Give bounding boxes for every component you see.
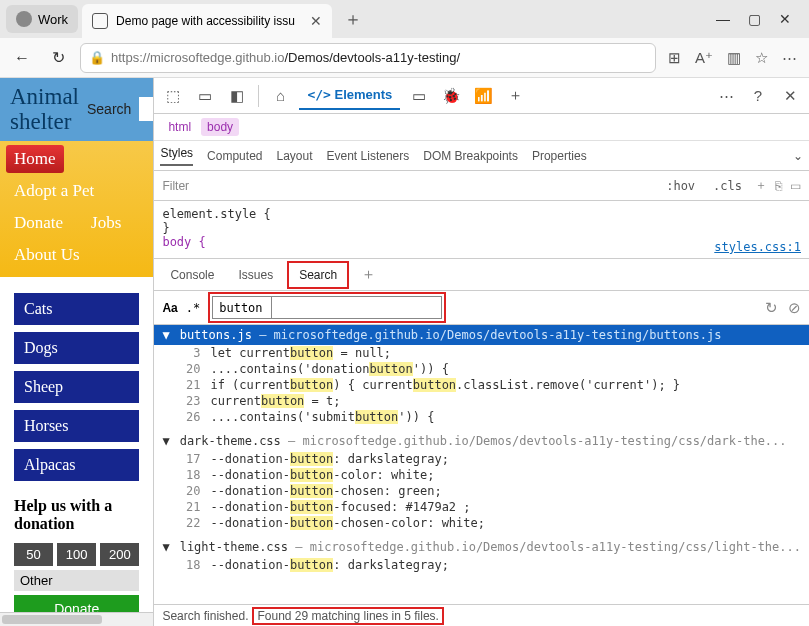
bug-icon[interactable]: 🐞 — [438, 83, 464, 109]
inspect-icon[interactable]: ⬚ — [160, 83, 186, 109]
search-query-highlight — [208, 292, 446, 323]
elements-tab[interactable]: </> Elements — [299, 81, 400, 110]
result-line[interactable]: 23currentbutton = t; — [154, 393, 809, 409]
search-bar: Aa .* ↻ ⊘ — [154, 291, 809, 325]
help-icon[interactable]: ? — [745, 83, 771, 109]
browser-tab[interactable]: Demo page with accessibility issu ✕ — [82, 4, 332, 38]
tab-properties[interactable]: Properties — [532, 149, 587, 163]
breadcrumb: html body — [154, 114, 809, 141]
category-item[interactable]: Cats — [14, 293, 139, 325]
home-icon[interactable]: ⌂ — [267, 83, 293, 109]
nav-about[interactable]: About Us — [6, 241, 88, 269]
search-result-count: Found 29 matching lines in 5 files. — [252, 607, 443, 625]
category-item[interactable]: Alpacas — [14, 449, 139, 481]
match-case-icon[interactable]: Aa — [162, 301, 177, 315]
address-row: ← ↻ 🔒 https://microsoftedge.github.io/De… — [0, 38, 809, 78]
search-status-bar: Search finished. Found 29 matching lines… — [154, 604, 809, 626]
search-results: ▼ buttons.js — microsoftedge.github.io/D… — [154, 325, 809, 604]
tab-issues[interactable]: Issues — [228, 263, 283, 287]
crumb-html[interactable]: html — [162, 118, 197, 136]
result-line[interactable]: 21--donation-button-focused: #1479a2 ; — [154, 499, 809, 515]
copy-icon[interactable]: ⎘ — [775, 179, 782, 193]
nav-adopt[interactable]: Adopt a Pet — [6, 177, 102, 205]
address-bar[interactable]: 🔒 https://microsoftedge.github.io/Demos/… — [80, 43, 656, 73]
crumb-body[interactable]: body — [201, 118, 239, 136]
styles-filter-row: Filter :hov .cls ＋ ⎘ ▭ — [154, 171, 809, 201]
collections-icon[interactable]: ▥ — [727, 49, 741, 67]
result-line[interactable]: 18--donation-button: darkslategray; — [154, 557, 809, 573]
horizontal-scrollbar[interactable] — [0, 612, 153, 626]
read-aloud-icon[interactable]: A⁺ — [695, 49, 713, 67]
refresh-button[interactable]: ↻ — [44, 44, 72, 72]
tab-styles[interactable]: Styles — [160, 146, 193, 166]
tab-computed[interactable]: Computed — [207, 149, 262, 163]
lock-icon: 🔒 — [89, 50, 105, 65]
amount-200[interactable]: 200 — [100, 543, 139, 566]
device-icon[interactable]: ▭ — [192, 83, 218, 109]
work-label: Work — [38, 12, 68, 27]
close-tab-icon[interactable]: ✕ — [310, 13, 322, 29]
category-item[interactable]: Sheep — [14, 371, 139, 403]
tab-event-listeners[interactable]: Event Listeners — [327, 149, 410, 163]
result-line[interactable]: 18--donation-button-color: white; — [154, 467, 809, 483]
nav-home[interactable]: Home — [6, 145, 64, 173]
result-file-header[interactable]: ▼ light-theme.css — microsoftedge.github… — [154, 537, 809, 557]
work-profile-badge[interactable]: Work — [6, 5, 78, 33]
result-line[interactable]: 26....contains('submitbutton')) { — [154, 409, 809, 425]
result-file-header[interactable]: ▼ buttons.js — microsoftedge.github.io/D… — [154, 325, 809, 345]
amount-50[interactable]: 50 — [14, 543, 53, 566]
more-icon[interactable]: ⋯ — [782, 49, 797, 67]
close-devtools-icon[interactable]: ✕ — [777, 83, 803, 109]
tab-console[interactable]: Console — [160, 263, 224, 287]
result-line[interactable]: 17--donation-button: darkslategray; — [154, 451, 809, 467]
tab-layout[interactable]: Layout — [276, 149, 312, 163]
regex-icon[interactable]: .* — [186, 301, 200, 315]
devtools-panel: ⬚ ▭ ◧ ⌂ </> Elements ▭ 🐞 📶 ＋ ⋯ ? ✕ html … — [153, 78, 809, 626]
maximize-button[interactable]: ▢ — [748, 11, 761, 27]
result-line[interactable]: 20--donation-button-chosen: green; — [154, 483, 809, 499]
network-icon[interactable]: 📶 — [470, 83, 496, 109]
amount-100[interactable]: 100 — [57, 543, 96, 566]
result-file-header[interactable]: ▼ dark-theme.css — microsoftedge.github.… — [154, 431, 809, 451]
styles-source-link[interactable]: styles.css:1 — [714, 240, 801, 254]
clear-search-icon[interactable]: ⊘ — [788, 299, 801, 317]
result-line[interactable]: 21if (currentbutton) { currentbutton.cla… — [154, 377, 809, 393]
new-tab-button[interactable]: ＋ — [336, 7, 370, 31]
nav-jobs[interactable]: Jobs — [83, 209, 129, 237]
add-drawer-tab-icon[interactable]: ＋ — [353, 265, 384, 284]
toggle-pane-icon[interactable]: ▭ — [790, 179, 801, 193]
category-item[interactable]: Dogs — [14, 332, 139, 364]
drawer-tabs: Console Issues Search ＋ — [154, 259, 809, 291]
tab-search[interactable]: Search — [287, 261, 349, 289]
filter-input[interactable]: Filter — [162, 179, 189, 193]
chevron-down-icon[interactable]: ⌄ — [793, 149, 803, 163]
nav-donate[interactable]: Donate — [6, 209, 71, 237]
cls-toggle[interactable]: .cls — [708, 177, 747, 195]
amount-other[interactable]: Other — [14, 570, 139, 591]
close-window-button[interactable]: ✕ — [779, 11, 791, 27]
result-line[interactable]: 3let currentbutton = null; — [154, 345, 809, 361]
styles-content: element.style { } body { styles.css:1 — [154, 201, 809, 259]
back-button[interactable]: ← — [8, 44, 36, 72]
result-line[interactable]: 22--donation-button-chosen-color: white; — [154, 515, 809, 531]
url-text: https://microsoftedge.github.io/Demos/de… — [111, 50, 460, 65]
minimize-button[interactable]: — — [716, 11, 730, 27]
app-tab-icon[interactable]: ▭ — [406, 83, 432, 109]
result-line[interactable]: 20....contains('donationbutton')) { — [154, 361, 809, 377]
refresh-search-icon[interactable]: ↻ — [765, 299, 778, 317]
category-item[interactable]: Horses — [14, 410, 139, 442]
tab-dom-breakpoints[interactable]: DOM Breakpoints — [423, 149, 518, 163]
search-label: Search — [87, 101, 131, 117]
add-rule-icon[interactable]: ＋ — [755, 177, 767, 194]
main-nav: Home Adopt a Pet Donate Jobs About Us — [0, 141, 153, 277]
hov-toggle[interactable]: :hov — [661, 177, 700, 195]
more-tools-icon[interactable]: ⋯ — [713, 83, 739, 109]
app-icon[interactable]: ⊞ — [668, 49, 681, 67]
search-input[interactable] — [139, 97, 153, 121]
add-tab-icon[interactable]: ＋ — [502, 83, 528, 109]
search-input-field[interactable] — [212, 296, 272, 319]
profile-icon — [16, 11, 32, 27]
dock-icon[interactable]: ◧ — [224, 83, 250, 109]
favorite-icon[interactable]: ☆ — [755, 49, 768, 67]
page-header: Animalshelter Search — [0, 78, 153, 141]
